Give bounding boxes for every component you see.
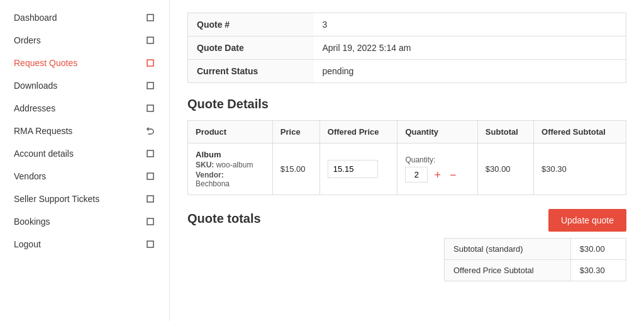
sidebar-label: RMA Requests xyxy=(14,126,145,136)
totals-value: $30.00 xyxy=(570,239,626,260)
update-quote-button[interactable]: Update quote xyxy=(548,209,626,232)
sidebar: DashboardOrdersRequest QuotesDownloadsAd… xyxy=(0,0,170,321)
sidebar-item-addresses[interactable]: Addresses xyxy=(0,97,169,120)
quantity-increase-button[interactable]: + xyxy=(431,169,443,181)
quote-details-title: Quote Details xyxy=(187,97,626,111)
svg-rect-6 xyxy=(147,173,153,179)
svg-rect-5 xyxy=(147,150,153,157)
sidebar-label: Vendors xyxy=(14,171,145,181)
sidebar-item-seller-support-tickets[interactable]: Seller Support Tickets xyxy=(0,188,169,210)
svg-rect-8 xyxy=(147,218,153,225)
product-vendor: Vendor:Bechbona xyxy=(196,171,265,188)
quote-info-row: Quote #3 xyxy=(188,13,626,37)
subtotal-cell: $30.00 xyxy=(477,144,533,195)
offered-subtotal-cell: $30.30 xyxy=(534,144,626,195)
sidebar-item-vendors[interactable]: Vendors xyxy=(0,165,169,188)
sidebar-label: Addresses xyxy=(14,103,145,113)
totals-label: Offered Price Subtotal xyxy=(445,260,571,281)
sidebar-item-orders[interactable]: Orders xyxy=(0,29,169,52)
product-cell: Album SKU: woo-album Vendor:Bechbona xyxy=(188,144,273,195)
totals-value: $30.30 xyxy=(570,260,626,281)
square-icon xyxy=(145,81,155,91)
info-label: Quote Date xyxy=(188,37,314,60)
quantity-label: Quantity: xyxy=(405,155,469,164)
info-label: Quote # xyxy=(188,13,314,37)
svg-rect-2 xyxy=(147,60,153,66)
sidebar-label: Logout xyxy=(14,239,145,249)
sidebar-item-request-quotes[interactable]: Request Quotes xyxy=(0,52,169,74)
square-icon xyxy=(145,103,155,113)
sidebar-label: Account details xyxy=(14,149,145,159)
sidebar-item-bookings[interactable]: Bookings xyxy=(0,210,169,233)
square-icon xyxy=(145,194,155,204)
svg-rect-3 xyxy=(147,82,153,89)
sidebar-item-rma-requests[interactable]: RMA Requests xyxy=(0,120,169,142)
quantity-input[interactable] xyxy=(405,167,428,183)
sidebar-item-downloads[interactable]: Downloads xyxy=(0,74,169,97)
svg-rect-9 xyxy=(147,241,153,247)
square-icon xyxy=(145,171,155,181)
quote-details-table: ProductPriceOffered PriceQuantitySubtota… xyxy=(187,120,626,195)
square-icon xyxy=(145,239,155,249)
sidebar-label: Bookings xyxy=(14,217,145,227)
sidebar-label: Orders xyxy=(14,35,145,45)
svg-rect-0 xyxy=(147,14,153,21)
sidebar-label: Downloads xyxy=(14,81,145,91)
quote-totals-title: Quote totals xyxy=(187,209,261,226)
totals-row: Offered Price Subtotal$30.30 xyxy=(445,260,626,281)
sidebar-label: Seller Support Tickets xyxy=(14,194,145,204)
totals-row: Subtotal (standard)$30.00 xyxy=(445,239,626,260)
svg-rect-7 xyxy=(147,196,153,202)
details-column-header: Quantity xyxy=(397,121,477,144)
quote-info-row: Quote DateApril 19, 2022 5:14 am xyxy=(188,37,626,60)
undo-icon xyxy=(145,126,155,136)
square-icon xyxy=(145,149,155,159)
svg-rect-1 xyxy=(147,37,153,43)
price-cell: $15.00 xyxy=(272,144,319,195)
quote-totals-area: Quote totals Update quote Subtotal (stan… xyxy=(187,209,626,281)
sidebar-label: Dashboard xyxy=(14,13,145,23)
sidebar-item-dashboard[interactable]: Dashboard xyxy=(0,6,169,29)
info-value: April 19, 2022 5:14 am xyxy=(314,37,626,60)
sidebar-label: Request Quotes xyxy=(14,58,145,68)
square-icon xyxy=(145,58,155,68)
square-icon xyxy=(145,35,155,45)
svg-rect-4 xyxy=(147,105,153,111)
details-column-header: Price xyxy=(272,121,319,144)
product-name: Album xyxy=(196,150,265,159)
info-value: pending xyxy=(314,60,626,83)
sidebar-item-account-details[interactable]: Account details xyxy=(0,142,169,165)
offered-price-cell xyxy=(319,144,397,195)
square-icon xyxy=(145,13,155,23)
details-row: Album SKU: woo-album Vendor:Bechbona $15… xyxy=(188,144,626,195)
details-column-header: Product xyxy=(188,121,273,144)
info-value: 3 xyxy=(314,13,626,37)
main-content: Quote #3Quote DateApril 19, 2022 5:14 am… xyxy=(170,0,644,321)
quantity-cell: Quantity: + − xyxy=(397,144,477,195)
sidebar-item-logout[interactable]: Logout xyxy=(0,233,169,256)
totals-table: Subtotal (standard)$30.00Offered Price S… xyxy=(444,238,626,281)
quote-info-row: Current Statuspending xyxy=(188,60,626,83)
square-icon xyxy=(145,217,155,227)
product-sku: SKU: woo-album xyxy=(196,160,265,169)
quote-info-table: Quote #3Quote DateApril 19, 2022 5:14 am… xyxy=(187,13,626,83)
details-column-header: Offered Price xyxy=(319,121,397,144)
details-column-header: Subtotal xyxy=(477,121,533,144)
info-label: Current Status xyxy=(188,60,314,83)
details-column-header: Offered Subtotal xyxy=(534,121,626,144)
totals-label: Subtotal (standard) xyxy=(445,239,571,260)
quantity-decrease-button[interactable]: − xyxy=(447,169,459,181)
offered-price-input[interactable] xyxy=(328,160,378,178)
